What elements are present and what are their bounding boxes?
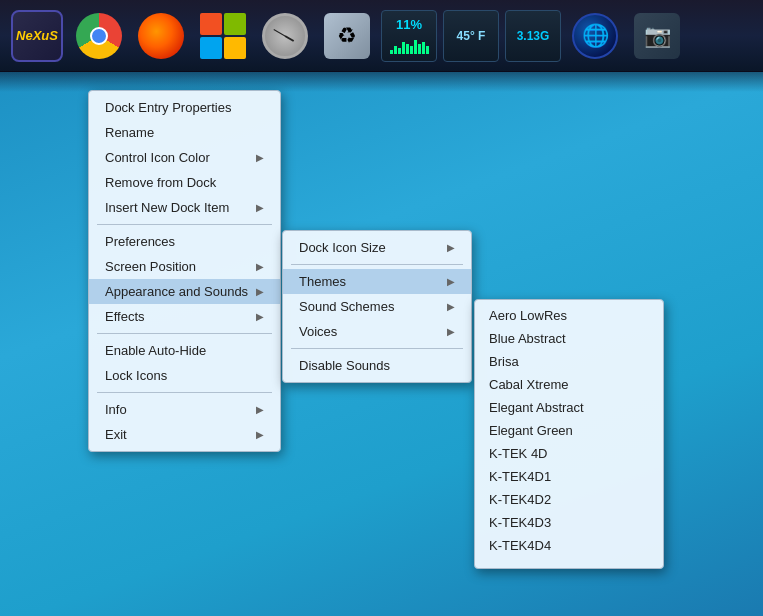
arrow-icon: ▶ <box>256 261 264 272</box>
theme-item[interactable]: Aero LowRes <box>475 304 663 327</box>
theme-item[interactable]: K-TEK4D5 <box>475 557 663 564</box>
menu-item-themes[interactable]: Themes ▶ <box>283 269 471 294</box>
context-menu-themes: Aero LowResBlue AbstractBrisaCabal Xtrem… <box>474 299 664 569</box>
menu-item-dock-icon-size[interactable]: Dock Icon Size ▶ <box>283 235 471 260</box>
globe-icon: 🌐 <box>572 13 618 59</box>
menu-item-disable-sounds[interactable]: Disable Sounds <box>283 353 471 378</box>
menu-item-effects[interactable]: Effects ▶ <box>89 304 280 329</box>
menu-item-enable-auto-hide[interactable]: Enable Auto-Hide <box>89 338 280 363</box>
dock-item-temp[interactable]: 45° F <box>444 9 498 63</box>
menu-item-sound-schemes[interactable]: Sound Schemes ▶ <box>283 294 471 319</box>
net-widget: 3.13G <box>505 10 561 62</box>
separator <box>291 348 463 349</box>
menu-item-preferences[interactable]: Preferences <box>89 229 280 254</box>
theme-item[interactable]: Blue Abstract <box>475 327 663 350</box>
menu-item-dock-entry-props[interactable]: Dock Entry Properties <box>89 95 280 120</box>
nexus-logo-icon: NeXuS <box>11 10 63 62</box>
camera-icon: 📷 <box>634 13 680 59</box>
arrow-icon: ▶ <box>256 202 264 213</box>
firefox-icon <box>138 13 184 59</box>
dock-item-recycle[interactable]: ♻ <box>320 9 374 63</box>
theme-item[interactable]: K-TEK 4D <box>475 442 663 465</box>
dock-item-globe[interactable]: 🌐 <box>568 9 622 63</box>
dock-item-windows[interactable] <box>196 9 250 63</box>
theme-item[interactable]: Cabal Xtreme <box>475 373 663 396</box>
menu-item-screen-position[interactable]: Screen Position ▶ <box>89 254 280 279</box>
theme-item[interactable]: K-TEK4D3 <box>475 511 663 534</box>
separator <box>97 333 272 334</box>
arrow-icon: ▶ <box>447 301 455 312</box>
separator <box>97 392 272 393</box>
arrow-icon: ▶ <box>447 326 455 337</box>
menu-item-appearance-sounds[interactable]: Appearance and Sounds ▶ <box>89 279 280 304</box>
arrow-icon: ▶ <box>256 404 264 415</box>
arrow-icon: ▶ <box>256 311 264 322</box>
arrow-icon: ▶ <box>256 429 264 440</box>
dock-item-cpu[interactable]: 11% <box>382 9 436 63</box>
menu-item-lock-icons[interactable]: Lock Icons <box>89 363 280 388</box>
separator <box>97 224 272 225</box>
menu-item-rename[interactable]: Rename <box>89 120 280 145</box>
theme-item[interactable]: Brisa <box>475 350 663 373</box>
chrome-icon <box>76 13 122 59</box>
menu-item-control-icon-color[interactable]: Control Icon Color ▶ <box>89 145 280 170</box>
net-value: 3.13G <box>517 29 550 43</box>
arrow-icon: ▶ <box>256 286 264 297</box>
dock-item-chrome[interactable] <box>72 9 126 63</box>
menu-item-info[interactable]: Info ▶ <box>89 397 280 422</box>
context-menu-level2: Dock Icon Size ▶ Themes ▶ Sound Schemes … <box>282 230 472 383</box>
temp-widget: 45° F <box>443 10 499 62</box>
menu-item-remove-from-dock[interactable]: Remove from Dock <box>89 170 280 195</box>
theme-item[interactable]: K-TEK4D2 <box>475 488 663 511</box>
dock-item-net[interactable]: 3.13G <box>506 9 560 63</box>
cpu-widget: 11% <box>381 10 437 62</box>
separator <box>291 264 463 265</box>
dock-reflection <box>0 72 763 92</box>
dock: NeXuS ♻ 11% <box>0 0 763 72</box>
arrow-icon: ▶ <box>447 242 455 253</box>
dock-item-firefox[interactable] <box>134 9 188 63</box>
arrow-icon: ▶ <box>447 276 455 287</box>
dock-item-camera[interactable]: 📷 <box>630 9 684 63</box>
theme-item[interactable]: Elegant Green <box>475 419 663 442</box>
temp-value: 45° F <box>457 29 486 43</box>
cpu-value: 11% <box>396 17 422 32</box>
recycle-icon: ♻ <box>324 13 370 59</box>
menu-item-insert-new-dock-item[interactable]: Insert New Dock Item ▶ <box>89 195 280 220</box>
themes-list: Aero LowResBlue AbstractBrisaCabal Xtrem… <box>475 304 663 564</box>
theme-item[interactable]: K-TEK4D1 <box>475 465 663 488</box>
menu-item-voices[interactable]: Voices ▶ <box>283 319 471 344</box>
theme-item[interactable]: K-TEK4D4 <box>475 534 663 557</box>
windows-icon <box>200 13 246 59</box>
dock-item-clock[interactable] <box>258 9 312 63</box>
dock-item-nexus[interactable]: NeXuS <box>10 9 64 63</box>
arrow-icon: ▶ <box>256 152 264 163</box>
clock-icon <box>262 13 308 59</box>
theme-item[interactable]: Elegant Abstract <box>475 396 663 419</box>
context-menu-level1: Dock Entry Properties Rename Control Ico… <box>88 90 281 452</box>
menu-item-exit[interactable]: Exit ▶ <box>89 422 280 447</box>
